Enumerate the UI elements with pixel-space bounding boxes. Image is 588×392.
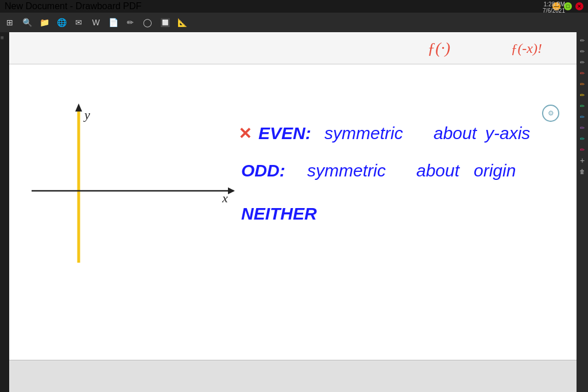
svg-text:origin: origin xyxy=(474,161,516,180)
maximize-button[interactable]: □ xyxy=(564,2,572,10)
taskbar-app2[interactable]: 🔲 xyxy=(157,15,172,30)
tool-delete[interactable]: 🗑 xyxy=(578,167,587,176)
tool-add[interactable]: + xyxy=(578,156,587,165)
whiteboard[interactable]: ⚙ y x ✕ EVEN: symmetric about xyxy=(9,64,577,360)
sidebar-menu-icon[interactable]: ≡ xyxy=(1,34,9,43)
svg-marker-1 xyxy=(75,103,82,112)
titlebar: New Document - Drawboard PDF — □ ✕ 1:28 … xyxy=(0,0,588,13)
tool-pen-red[interactable]: ✏ xyxy=(578,68,587,78)
taskbar-word[interactable]: W xyxy=(88,15,103,30)
svg-marker-4 xyxy=(228,187,235,194)
taskbar-drawboard[interactable]: ✏ xyxy=(123,15,138,30)
top-formula-1: ƒ(·) xyxy=(427,39,450,57)
titlebar-title: New Document - Drawboard PDF xyxy=(5,1,141,11)
bottom-strip xyxy=(9,360,577,392)
taskbar-browser[interactable]: 🌐 xyxy=(54,15,69,30)
main-area: ƒ(·) ƒ(-x)! ⚙ y x ✕ EVEN: xyxy=(9,32,577,360)
svg-text:NEITHER: NEITHER xyxy=(241,204,317,223)
taskbar: ⊞ 🔍 📁 🌐 ✉ W 📄 ✏ ◯ 🔲 📐 xyxy=(0,13,588,32)
svg-text:about: about xyxy=(416,161,461,180)
svg-text:✕: ✕ xyxy=(238,125,252,143)
tool-pencil-3[interactable]: ✏ xyxy=(578,57,587,67)
top-strip: ƒ(·) ƒ(-x)! xyxy=(9,32,577,64)
left-sidebar: ≡ xyxy=(0,32,9,392)
tool-pen-purple[interactable]: ✏ xyxy=(578,123,587,132)
svg-text:symmetric: symmetric xyxy=(307,161,386,180)
taskbar-search[interactable]: 🔍 xyxy=(20,15,34,30)
taskbar-app3[interactable]: 📐 xyxy=(175,15,189,30)
svg-text:about: about xyxy=(434,124,478,143)
svg-text:x: x xyxy=(222,191,228,205)
svg-text:ODD:: ODD: xyxy=(241,161,285,180)
tool-pencil-1[interactable]: ✏ xyxy=(578,36,587,45)
taskbar-mail[interactable]: ✉ xyxy=(71,15,86,30)
taskbar-pdf[interactable]: 📄 xyxy=(106,15,121,30)
settings-circle-button[interactable]: ⚙ xyxy=(542,105,559,122)
tool-pen-teal[interactable]: ✏ xyxy=(578,134,587,143)
close-button[interactable]: ✕ xyxy=(575,2,583,10)
titlebar-time: 1:28 PM 7/6/2021 xyxy=(543,1,565,14)
right-toolbar: ✏ ✏ ✏ ✏ ✏ ✏ ✏ ✏ ✏ ✏ ✏ + 🗑 xyxy=(577,32,588,392)
tool-pen-blue[interactable]: ✏ xyxy=(578,112,587,121)
taskbar-app1[interactable]: ◯ xyxy=(140,15,155,30)
svg-text:y-axis: y-axis xyxy=(484,124,530,143)
svg-text:EVEN:: EVEN: xyxy=(258,124,311,143)
taskbar-files[interactable]: 📁 xyxy=(37,15,52,30)
tool-pencil-2[interactable]: ✏ xyxy=(578,47,587,56)
settings-icon: ⚙ xyxy=(548,109,554,117)
tool-pen-orange[interactable]: ✏ xyxy=(578,79,587,89)
whiteboard-svg: y x ✕ EVEN: symmetric about y-axis ODD: … xyxy=(9,64,577,360)
svg-text:symmetric: symmetric xyxy=(324,124,403,143)
tool-pen-green[interactable]: ✏ xyxy=(578,101,587,110)
tool-pen-yellow[interactable]: ✏ xyxy=(578,90,587,99)
taskbar-start[interactable]: ⊞ xyxy=(2,15,17,30)
tool-pen-pink[interactable]: ✏ xyxy=(578,145,587,154)
top-formula-2: ƒ(-x)! xyxy=(510,41,542,56)
svg-text:y: y xyxy=(83,107,90,122)
